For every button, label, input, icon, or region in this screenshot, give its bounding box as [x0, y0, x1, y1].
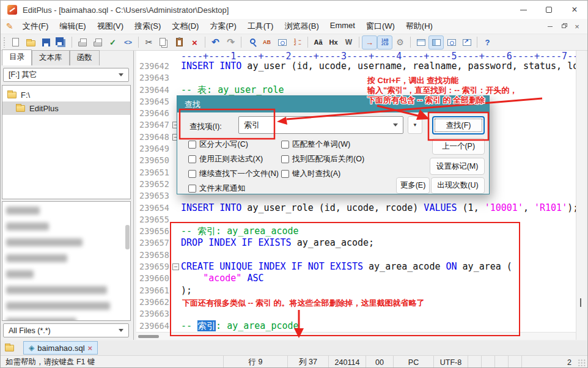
- code-line[interactable]: 239663: [136, 308, 576, 320]
- find-option[interactable]: 键入时查找(A): [281, 168, 396, 180]
- find-dialog-title[interactable]: 查找: [177, 96, 489, 112]
- find-history-dropdown-button[interactable]: ▼: [408, 116, 422, 134]
- find-option[interactable]: 文件末尾通知: [188, 183, 281, 194]
- open-file-button[interactable]: [23, 35, 39, 50]
- context-help-button[interactable]: ?: [480, 35, 495, 50]
- print-preview-button[interactable]: [75, 35, 90, 50]
- menu-item-Emmet[interactable]: Emmet: [325, 19, 361, 34]
- code-line[interactable]: 239659–CREATE UNIQUE INDEX IF NOT EXISTS…: [136, 261, 576, 273]
- redo-button[interactable]: ↷: [223, 35, 238, 50]
- tree-item[interactable]: EditPlus: [2, 101, 130, 115]
- code-line[interactable]: 239662: [136, 296, 576, 308]
- close-button[interactable]: ×: [562, 1, 587, 19]
- menu-item-浏览器[interactable]: 浏览器(B): [279, 19, 324, 34]
- find-option[interactable]: 匹配整个单词(W): [281, 139, 396, 150]
- code-line[interactable]: 239656-- 索引: ay_area_acode: [136, 226, 576, 237]
- new-document-button[interactable]: [8, 35, 23, 50]
- tree-item[interactable]: F:\: [2, 88, 130, 101]
- case-convert-button[interactable]: Aã: [311, 35, 326, 50]
- browser-preview-button[interactable]: [444, 35, 459, 50]
- menu-item-视图[interactable]: 视图(V): [92, 19, 129, 34]
- more-button[interactable]: 更多(E): [396, 177, 430, 194]
- sidebar-tab-文本库[interactable]: 文本库: [32, 50, 70, 65]
- menu-item-文件[interactable]: 文件(F): [17, 19, 54, 34]
- find-option[interactable]: 区分大小写(C): [188, 139, 281, 150]
- preferences-gear-button[interactable]: ⚙: [392, 35, 408, 50]
- side-panel-button[interactable]: [428, 35, 444, 50]
- cut-button[interactable]: ✂: [141, 35, 156, 50]
- menu-item-搜索[interactable]: 搜索(S): [129, 19, 166, 34]
- menu-item-帮助[interactable]: 帮助(H): [400, 19, 438, 34]
- fold-marker-icon[interactable]: –: [172, 263, 179, 270]
- code-line[interactable]: 239644-- 表: ay_user_role: [136, 84, 576, 96]
- new-window-button[interactable]: [459, 35, 474, 50]
- replace-button[interactable]: AB: [259, 35, 274, 50]
- line-numbers-button[interactable]: 1AB 2CD: [377, 35, 392, 50]
- line-number: 239649: [136, 143, 173, 155]
- print-button[interactable]: [90, 35, 105, 50]
- menu-item-窗口[interactable]: 窗口(W): [361, 19, 400, 34]
- code-line[interactable]: 239658: [136, 249, 576, 261]
- mdi-restore-button[interactable]: [557, 21, 570, 32]
- find-in-files-button[interactable]: [274, 35, 290, 50]
- checkbox-icon[interactable]: [281, 141, 289, 149]
- save-button[interactable]: [39, 35, 54, 50]
- checkbox-icon[interactable]: [188, 155, 196, 163]
- code-line[interactable]: 239642INSERT INTO ay_user (id, ucode, us…: [136, 61, 576, 72]
- drive-select[interactable]: [F:] 其它: [3, 68, 129, 82]
- menu-item-编辑[interactable]: 编辑(E): [54, 19, 91, 34]
- find-input[interactable]: 索引: [238, 116, 403, 134]
- tab-close-icon[interactable]: ×: [88, 344, 93, 353]
- toolbar-separator: [72, 37, 72, 48]
- code-line[interactable]: 239643: [136, 72, 576, 84]
- sidebar-tab-函数[interactable]: 函数: [70, 50, 100, 65]
- document-list-button[interactable]: [413, 35, 428, 50]
- horizontal-scrollbar-thumb[interactable]: [138, 335, 159, 338]
- set-mark-button[interactable]: 设置标记(M): [430, 158, 485, 175]
- find-option[interactable]: 使用正则表达式(X): [188, 153, 281, 165]
- find-option[interactable]: 找到匹配项后关闭(O): [281, 153, 396, 165]
- html-code-button[interactable]: <>: [120, 35, 136, 50]
- undo-button[interactable]: ↶: [208, 35, 223, 50]
- save-all-button[interactable]: [54, 35, 69, 50]
- code-line[interactable]: 239654INSERT INTO ay_user_role (id, ucod…: [136, 202, 576, 214]
- document-tab[interactable]: ◈ baimahao.sql ×: [23, 341, 98, 355]
- find-button[interactable]: 查找(F): [432, 116, 485, 134]
- delete-button[interactable]: ×: [187, 35, 202, 50]
- checkbox-icon[interactable]: [188, 141, 196, 149]
- sort-lines-button[interactable]: 1 — 2 —: [290, 35, 305, 50]
- word-wrap-button[interactable]: W: [341, 35, 356, 50]
- paste-button[interactable]: [172, 35, 187, 50]
- checkbox-icon[interactable]: [281, 155, 289, 163]
- menu-item-文档[interactable]: 文档(D): [166, 19, 204, 34]
- checkbox-icon[interactable]: [188, 170, 196, 178]
- maximize-button[interactable]: [536, 1, 562, 19]
- find-button[interactable]: [244, 35, 259, 50]
- previous-button[interactable]: 上一个(P): [432, 138, 485, 155]
- toggle-marker-button[interactable]: →: [362, 35, 377, 50]
- code-line[interactable]: 239657DROP INDEX IF EXISTS ay_area_acode…: [136, 237, 576, 249]
- hex-view-button[interactable]: Hx: [326, 35, 341, 50]
- count-occurrences-button[interactable]: 出现次数(U): [431, 177, 485, 194]
- code-line[interactable]: 239661);: [136, 285, 576, 296]
- menu-item-方案[interactable]: 方案(P): [204, 19, 241, 34]
- spell-check-button[interactable]: ✓: [105, 35, 120, 50]
- file-list-scrollbar[interactable]: [125, 225, 130, 249]
- checkbox-icon[interactable]: [281, 170, 289, 178]
- checkbox-icon[interactable]: [188, 185, 196, 193]
- mdi-close-button[interactable]: ×: [570, 21, 584, 32]
- mdi-minimize-button[interactable]: [543, 21, 557, 32]
- code-line[interactable]: 239664-- 索引: ay_area_pcode: [136, 320, 576, 332]
- find-option[interactable]: 继续查找下一个文件(N): [188, 168, 281, 180]
- fold-slot: [173, 320, 181, 332]
- code-line[interactable]: 239660 "acode" ASC: [136, 273, 576, 284]
- horizontal-scrollbar[interactable]: [136, 332, 576, 340]
- sidebar-tab-目录[interactable]: 目录: [2, 50, 32, 65]
- copy-button[interactable]: [156, 35, 172, 50]
- minimize-button[interactable]: [510, 1, 536, 19]
- file-filter-select[interactable]: All Files (*.*): [3, 323, 129, 337]
- resize-grip[interactable]: [578, 359, 586, 366]
- code-line[interactable]: 239655: [136, 214, 576, 226]
- vertical-scrollbar[interactable]: [576, 51, 586, 340]
- menu-item-工具[interactable]: 工具(T): [242, 19, 279, 34]
